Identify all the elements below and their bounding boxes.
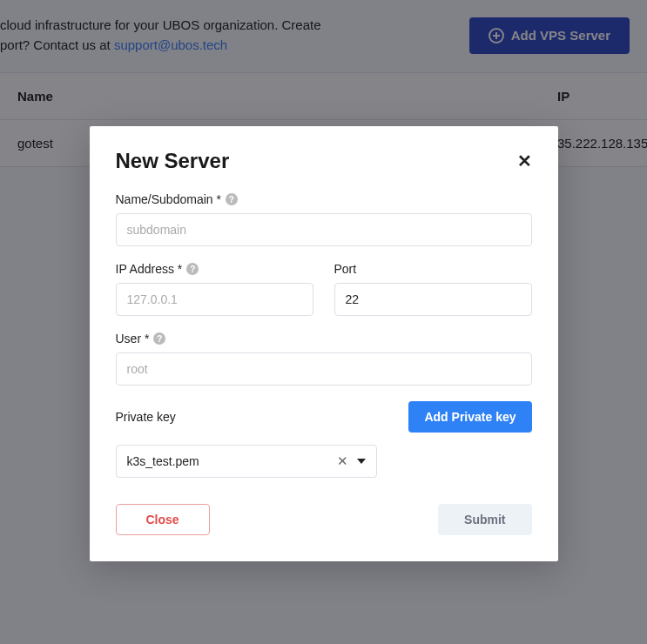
port-label: Port bbox=[334, 262, 532, 276]
ip-input[interactable] bbox=[116, 283, 313, 316]
close-icon[interactable]: ✕ bbox=[517, 152, 532, 170]
private-key-label: Private key bbox=[116, 410, 176, 424]
name-input[interactable] bbox=[116, 213, 532, 246]
chevron-down-icon bbox=[357, 459, 366, 464]
name-label: Name/Subdomain * ? bbox=[116, 192, 532, 206]
user-input[interactable] bbox=[116, 352, 532, 386]
help-icon[interactable]: ? bbox=[186, 263, 199, 275]
close-button[interactable]: Close bbox=[116, 504, 210, 535]
modal-title: New Server bbox=[116, 149, 230, 173]
private-key-select[interactable]: k3s_test.pem ✕ bbox=[116, 445, 377, 478]
add-private-key-button[interactable]: Add Private key bbox=[408, 401, 531, 433]
new-server-modal: New Server ✕ Name/Subdomain * ? IP Addre… bbox=[90, 126, 558, 561]
help-icon[interactable]: ? bbox=[153, 332, 165, 345]
clear-icon[interactable]: ✕ bbox=[337, 453, 348, 469]
port-input[interactable] bbox=[334, 283, 532, 316]
private-key-selected: k3s_test.pem bbox=[127, 454, 199, 468]
submit-button[interactable]: Submit bbox=[438, 504, 531, 535]
modal-overlay[interactable]: New Server ✕ Name/Subdomain * ? IP Addre… bbox=[0, 0, 647, 644]
ip-label: IP Address * ? bbox=[116, 262, 313, 276]
help-icon[interactable]: ? bbox=[226, 193, 238, 205]
user-label: User * ? bbox=[116, 332, 532, 345]
